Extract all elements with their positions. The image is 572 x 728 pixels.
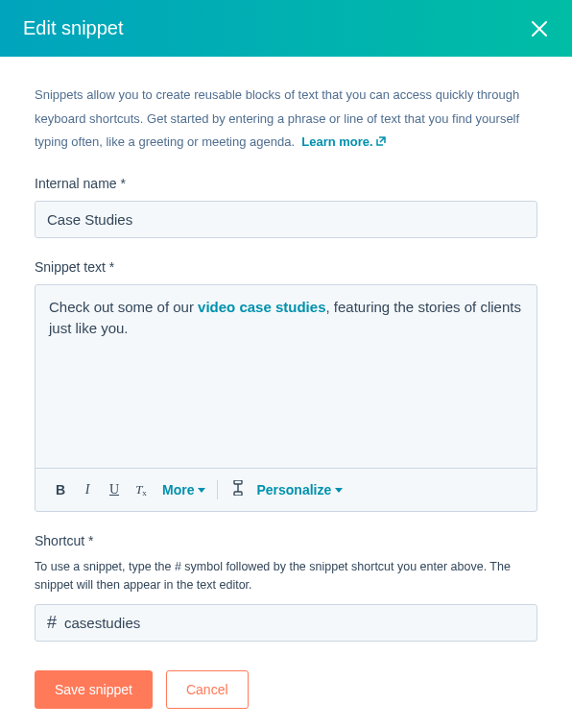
shortcut-input[interactable] [64, 605, 525, 641]
chevron-down-icon [335, 488, 343, 493]
internal-name-field: Internal name * [35, 176, 537, 238]
modal-title: Edit snippet [23, 17, 124, 39]
snippet-editor-content[interactable]: Check out some of our video case studies… [36, 285, 536, 468]
shortcut-input-wrap: # [35, 604, 537, 642]
personalize-dropdown[interactable]: Personalize [256, 482, 343, 497]
snippet-text-field: Snippet text * Check out some of our vid… [35, 259, 537, 512]
snippet-body-before: Check out some of our [49, 299, 198, 315]
modal-body: Snippets allow you to create reusable bl… [0, 57, 572, 728]
internal-name-input[interactable] [35, 201, 537, 238]
more-dropdown[interactable]: More [162, 482, 205, 497]
button-row: Save snippet Cancel [35, 670, 537, 709]
cancel-button[interactable]: Cancel [166, 670, 249, 709]
shortcut-field: Shortcut * To use a snippet, type the # … [35, 533, 537, 642]
snippet-text-label: Snippet text * [35, 259, 537, 275]
svg-rect-1 [234, 492, 242, 496]
svg-rect-0 [234, 480, 242, 484]
description-body: Snippets allow you to create reusable bl… [35, 87, 519, 149]
modal-header: Edit snippet [0, 0, 572, 57]
toolbar-divider [217, 480, 218, 499]
clear-format-button[interactable]: Tx [130, 478, 153, 501]
close-icon[interactable] [530, 19, 549, 38]
learn-more-label: Learn more. [301, 134, 372, 149]
more-label: More [162, 482, 194, 497]
insert-snippet-icon[interactable] [229, 480, 247, 499]
shortcut-help-text: To use a snippet, type the # symbol foll… [35, 558, 537, 595]
snippet-body-link[interactable]: video case studies [198, 299, 325, 315]
learn-more-link[interactable]: Learn more. [301, 134, 386, 149]
shortcut-label: Shortcut * [35, 533, 537, 548]
description-text: Snippets allow you to create reusable bl… [35, 84, 537, 155]
shortcut-prefix: # [47, 613, 57, 633]
external-link-icon [375, 132, 387, 156]
save-button[interactable]: Save snippet [35, 670, 153, 709]
snippet-editor: Check out some of our video case studies… [35, 284, 537, 512]
chevron-down-icon [198, 488, 205, 493]
bold-button[interactable]: B [49, 478, 72, 501]
editor-toolbar: B I U Tx More Personalize [36, 468, 536, 511]
internal-name-label: Internal name * [35, 176, 537, 191]
italic-button[interactable]: I [76, 478, 99, 501]
personalize-label: Personalize [256, 482, 331, 497]
underline-button[interactable]: U [103, 478, 126, 501]
